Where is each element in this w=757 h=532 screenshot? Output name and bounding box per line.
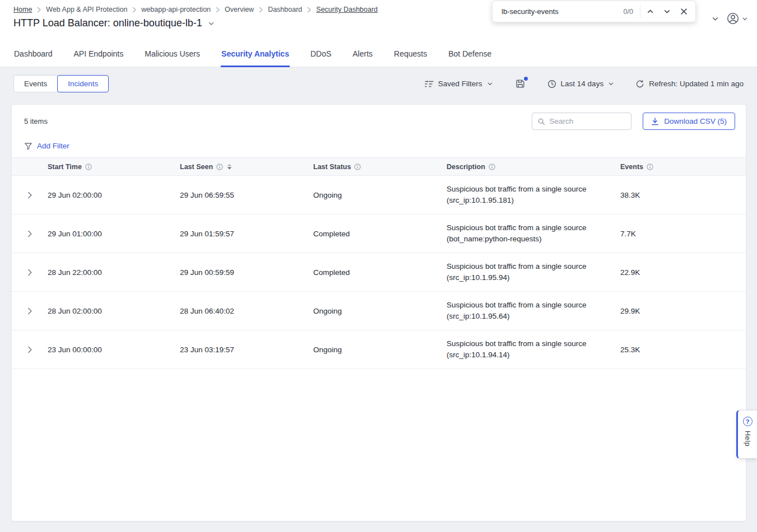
- description-qualifier: (src_ip:10.1.95.64): [447, 311, 606, 322]
- tab-bot-defense[interactable]: Bot Defense: [448, 44, 492, 67]
- description-qualifier: (src_ip:10.1.94.14): [447, 349, 606, 361]
- breadcrumb-separator-icon: [259, 7, 263, 13]
- saved-filters-dropdown[interactable]: Saved Filters: [425, 80, 493, 88]
- description-qualifier: (bot_name:python-requests): [447, 234, 606, 245]
- page-title: HTTP Load Balancer: online-boutique-lb-1: [13, 17, 202, 29]
- breadcrumb-separator-icon: [37, 7, 41, 13]
- tab-bar: Dashboard API Endpoints Malicious Users …: [13, 44, 744, 67]
- find-prev-button[interactable]: [642, 3, 658, 20]
- info-icon[interactable]: [354, 164, 361, 170]
- column-header-description[interactable]: Description: [447, 163, 620, 171]
- incidents-button[interactable]: Incidents: [57, 75, 109, 92]
- find-close-button[interactable]: [675, 3, 692, 20]
- cell-description: Suspicious bot traffic from a single sou…: [447, 300, 620, 322]
- save-filter-button[interactable]: [514, 78, 526, 90]
- info-icon[interactable]: [216, 164, 223, 170]
- view-toggle: Events Incidents: [13, 75, 109, 92]
- tab-security-analytics[interactable]: Security Analytics: [221, 44, 290, 67]
- cell-last-seen: 23 Jun 03:19:57: [180, 346, 313, 354]
- tab-ddos[interactable]: DDoS: [310, 44, 332, 67]
- funnel-icon: [24, 142, 32, 150]
- info-icon[interactable]: [489, 164, 495, 170]
- column-header-start-time[interactable]: Start Time: [48, 163, 180, 171]
- add-filter-button[interactable]: Add Filter: [12, 130, 82, 157]
- column-label: Last Seen: [180, 163, 213, 171]
- chevron-down-icon: [487, 81, 493, 87]
- column-header-events[interactable]: Events: [620, 163, 746, 171]
- search-box: [532, 113, 631, 130]
- column-label: Start Time: [48, 163, 82, 171]
- tab-requests[interactable]: Requests: [393, 44, 428, 67]
- description-line: Suspicious bot traffic from a single sou…: [447, 338, 606, 349]
- cell-description: Suspicious bot traffic from a single sou…: [447, 338, 620, 361]
- table-header: Start Time Last Seen: [12, 157, 746, 176]
- cell-start-time: 29 Jun 02:00:00: [48, 191, 180, 199]
- column-header-last-seen[interactable]: Last Seen: [180, 163, 313, 171]
- title-chevron-icon[interactable]: [208, 20, 215, 27]
- breadcrumb-item[interactable]: Security Dashboard: [316, 6, 378, 13]
- notification-dot: [524, 77, 528, 81]
- help-tab[interactable]: ? Help: [736, 410, 757, 459]
- tab-dashboard[interactable]: Dashboard: [13, 44, 53, 67]
- info-icon[interactable]: [85, 164, 92, 170]
- description-qualifier: (src_ip:10.1.95.181): [447, 195, 606, 206]
- breadcrumb-item: Overview: [225, 6, 254, 13]
- breadcrumb-item: Web App & API Protection: [46, 6, 127, 13]
- download-csv-label: Download CSV (5): [664, 117, 727, 125]
- cell-description: Suspicious bot traffic from a single sou…: [447, 184, 620, 206]
- table-row: 28 Jun 22:00:00 29 Jun 00:59:59 Complete…: [12, 253, 746, 292]
- account-menu[interactable]: [727, 12, 748, 25]
- description-line: Suspicious bot traffic from a single sou…: [447, 184, 606, 195]
- column-label: Events: [620, 163, 643, 171]
- chevron-down-icon: [663, 8, 671, 15]
- breadcrumb-item[interactable]: Home: [13, 6, 32, 13]
- divider: [640, 6, 640, 18]
- chevron-down-icon: [608, 81, 614, 87]
- breadcrumb-separator-icon: [132, 7, 136, 13]
- add-filter-label: Add Filter: [37, 142, 69, 150]
- column-header-last-status[interactable]: Last Status: [313, 163, 447, 171]
- saved-filters-label: Saved Filters: [438, 80, 482, 88]
- cell-last-status: Completed: [313, 230, 447, 238]
- app-root: Home Web App & API Protection webapp-api…: [0, 0, 757, 532]
- description-line: Suspicious bot traffic from a single sou…: [447, 300, 606, 311]
- table-row: 29 Jun 02:00:00 29 Jun 06:59:55 Ongoing …: [12, 176, 746, 214]
- clock-icon: [547, 80, 556, 88]
- refresh-icon: [635, 80, 644, 88]
- events-button[interactable]: Events: [13, 75, 58, 92]
- description-line: Suspicious bot traffic from a single sou…: [447, 222, 606, 234]
- find-input[interactable]: [501, 7, 620, 16]
- header-dropdown-chevron-icon[interactable]: [712, 15, 719, 22]
- cell-last-status: Ongoing: [313, 191, 447, 199]
- search-icon: [538, 118, 545, 125]
- sort-icon[interactable]: [227, 164, 232, 170]
- time-range-label: Last 14 days: [561, 80, 604, 88]
- tab-alerts[interactable]: Alerts: [352, 44, 373, 67]
- info-icon[interactable]: [647, 164, 653, 170]
- incidents-card: 5 items Download CSV (5): [11, 104, 746, 521]
- save-icon: [515, 79, 525, 88]
- cell-start-time: 29 Jun 01:00:00: [48, 230, 180, 238]
- breadcrumb-item: webapp-api-protection: [141, 6, 211, 13]
- search-input[interactable]: [549, 117, 625, 125]
- chevron-right-icon: [27, 269, 32, 276]
- tab-malicious-users[interactable]: Malicious Users: [144, 44, 201, 67]
- find-next-button[interactable]: [658, 3, 675, 20]
- tab-api-endpoints[interactable]: API Endpoints: [73, 44, 124, 67]
- table-row: 23 Jun 00:00:00 23 Jun 03:19:57 Ongoing …: [12, 330, 746, 369]
- chevron-up-icon: [647, 8, 654, 15]
- help-icon: ?: [743, 417, 753, 426]
- row-expander[interactable]: [25, 266, 35, 279]
- download-csv-button[interactable]: Download CSV (5): [643, 113, 735, 130]
- row-expander[interactable]: [25, 189, 35, 202]
- table-row: 29 Jun 01:00:00 29 Jun 01:59:57 Complete…: [12, 214, 746, 253]
- row-expander[interactable]: [25, 343, 35, 356]
- chevron-right-icon: [27, 307, 32, 315]
- cell-last-seen: 29 Jun 00:59:59: [180, 268, 313, 277]
- time-range-dropdown[interactable]: Last 14 days: [547, 80, 615, 88]
- refresh-label: Refresh: Updated 1 min ago: [649, 80, 744, 88]
- chevron-right-icon: [27, 346, 32, 353]
- row-expander[interactable]: [25, 305, 35, 318]
- row-expander[interactable]: [25, 227, 35, 240]
- refresh-button[interactable]: Refresh: Updated 1 min ago: [635, 80, 744, 88]
